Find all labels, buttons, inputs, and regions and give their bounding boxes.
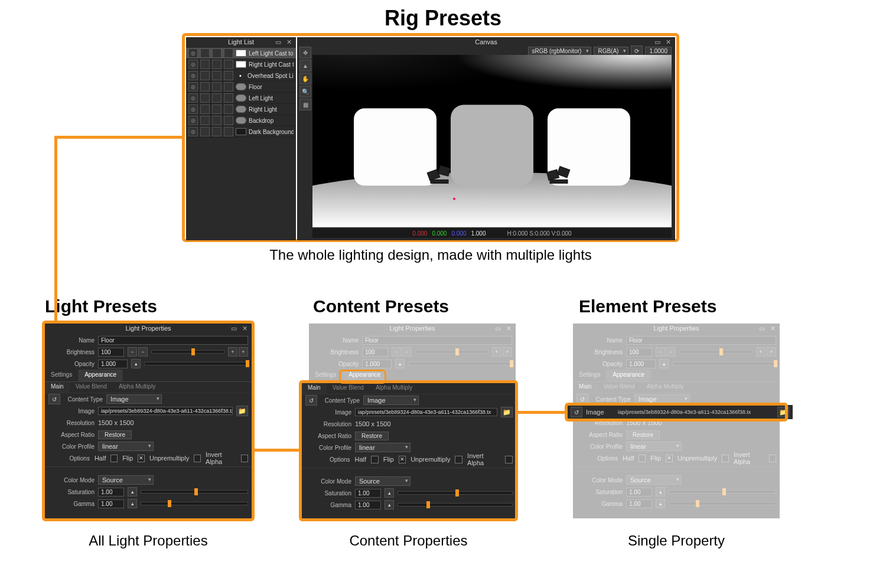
saturation-field: 1.00	[626, 488, 652, 496]
panel-ctrl: ▭ ✕	[759, 325, 777, 332]
step: ▴	[395, 359, 405, 368]
heading-element: Element Presets	[579, 296, 716, 316]
aspect-label: Aspect Ratio	[576, 432, 623, 438]
panel-light-list: Light List ▭ ✕ ◎Left Light Cast to Floor…	[186, 37, 296, 240]
caption-element: Single Property	[565, 533, 788, 549]
light-row-2[interactable]: ◎•Overhead Spot Light	[186, 70, 296, 81]
connector	[54, 136, 182, 139]
slider	[669, 502, 776, 505]
connector	[518, 411, 565, 414]
opacity-label: Opacity	[576, 361, 623, 367]
opacity-label: Opacity	[312, 361, 359, 367]
svg-point-12	[453, 198, 455, 200]
steppers: −−	[392, 347, 412, 357]
panel-controls[interactable]: ▭ ✕	[275, 38, 294, 46]
channels-dropdown[interactable]: RGB(A)	[594, 47, 628, 55]
canvas-title: Canvas	[297, 38, 675, 45]
brightness-field: 100	[362, 348, 388, 357]
opacity-field: 1.000	[362, 360, 392, 368]
connector	[255, 449, 299, 452]
colormode-label: Color Mode	[576, 477, 623, 484]
gamma-label: Gamma	[576, 501, 623, 507]
l: Flip	[650, 455, 661, 462]
caption-rig: The whole lighting design, made with mul…	[182, 247, 679, 263]
brightness-label: Brightness	[576, 349, 623, 355]
light-row-5[interactable]: ◎Right Light	[186, 104, 296, 115]
light-row-3[interactable]: ◎Floor	[186, 81, 296, 93]
c	[769, 455, 776, 462]
svg-rect-3	[354, 109, 437, 186]
brightness-label: Brightness	[312, 349, 359, 355]
l: Invert Alpha	[734, 451, 764, 465]
c	[722, 455, 729, 462]
light-row-4[interactable]: ◎Left Light	[186, 93, 296, 104]
step: ++	[756, 347, 776, 357]
frame-light	[42, 321, 255, 521]
step: ▴	[659, 359, 669, 368]
name-label: Name	[576, 337, 623, 344]
caption-light: All Light Properties	[42, 533, 255, 549]
l: Half	[623, 455, 634, 462]
heading-rig: Rig Presets	[0, 6, 886, 31]
opacity-field: 1.000	[626, 360, 656, 368]
tool-move-icon[interactable]: ✥	[299, 47, 311, 58]
colormode-dropdown: Source	[626, 475, 682, 485]
canvas-side-tools: ✥ ▲ ✋ 🔍 ▦	[299, 47, 310, 110]
panel-title: Light Properties	[309, 325, 516, 332]
name-field: Floor	[362, 336, 512, 345]
c: ✕	[666, 455, 673, 462]
steppers: ++	[492, 347, 512, 357]
subtab-vb: Value Blend	[598, 382, 641, 393]
name-field: Floor	[626, 336, 776, 345]
name-label: Name	[312, 337, 359, 344]
step: ▴	[656, 499, 665, 508]
saturation-label: Saturation	[576, 489, 623, 495]
canvas-viewport[interactable]	[312, 55, 672, 227]
options-label: Options	[576, 455, 618, 462]
colorprofile-dropdown: linear	[626, 442, 682, 451]
subtab-main: Main	[573, 382, 598, 393]
light-row-1[interactable]: ◎Right Light Cast to Floor	[186, 59, 296, 70]
tool-zoom-icon[interactable]: 🔍	[299, 86, 311, 97]
step: ▴	[656, 487, 665, 496]
connector	[54, 136, 57, 322]
caption-content: Content Properties	[299, 533, 518, 549]
colorspace-dropdown[interactable]: sRGB (rgbMonitor)	[528, 47, 592, 55]
tool-select-icon[interactable]: ▲	[299, 60, 311, 71]
subtab-am: Alpha Multiply	[641, 382, 689, 393]
svg-rect-4	[451, 105, 533, 186]
panel-canvas: Canvas ▭ ✕ sRGB (rgbMonitor) RGB(A) ⟳ 1.…	[297, 37, 675, 240]
frame-content	[299, 380, 518, 521]
panel-ctrl: ▭ ✕	[495, 325, 513, 332]
light-row-0[interactable]: ◎Left Light Cast to Floor	[186, 48, 296, 59]
step: −−	[656, 347, 676, 357]
panel-title: Light Properties	[573, 325, 780, 332]
light-row-6[interactable]: ◎Backdrop	[186, 115, 296, 126]
slider	[669, 490, 776, 494]
heading-light: Light Presets	[45, 296, 157, 316]
frame-element	[565, 403, 788, 422]
svg-rect-8	[431, 179, 448, 183]
exposure-value[interactable]: 1.0000	[645, 47, 672, 55]
slider	[679, 350, 753, 354]
restore-button: Restore	[626, 430, 660, 439]
gamma-field: 1.00	[626, 499, 652, 508]
heading-content: Content Presets	[313, 296, 449, 316]
slider	[672, 362, 776, 365]
tool-grid-icon[interactable]: ▦	[299, 99, 311, 110]
light-row-7[interactable]: ◎Dark Background	[186, 126, 296, 138]
contenttype-label: Content Type	[592, 396, 631, 403]
c	[639, 455, 646, 462]
tab-settings: Settings	[309, 370, 343, 381]
brightness-field: 100	[626, 348, 652, 357]
slider	[415, 350, 488, 354]
tab-settings: Settings	[573, 370, 607, 381]
l: Unpremultiply	[677, 455, 717, 462]
svg-rect-11	[550, 179, 568, 183]
frame-rig: Light List ▭ ✕ ◎Left Light Cast to Floor…	[182, 33, 679, 242]
tab-appearance: Appearance	[607, 370, 651, 381]
colorprofile-label: Color Profile	[576, 443, 623, 450]
slider	[408, 362, 512, 365]
tool-hand-icon[interactable]: ✋	[299, 73, 311, 84]
canvas-statusbar: 0.000 0.000 0.000 1.000 H:0.000 S:0.000 …	[312, 228, 672, 238]
